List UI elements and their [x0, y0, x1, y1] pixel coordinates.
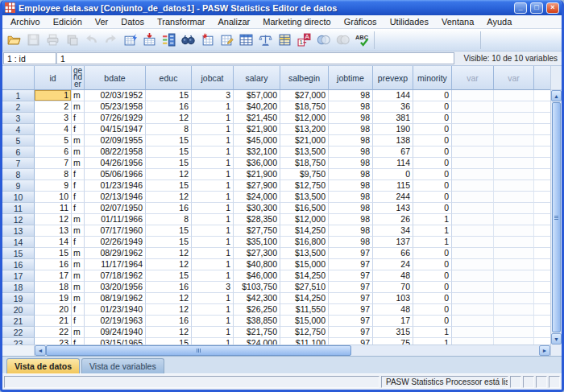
- empty-var-cell[interactable]: [452, 259, 494, 270]
- data-cell[interactable]: m: [72, 158, 85, 169]
- data-cell[interactable]: 138: [373, 135, 413, 146]
- select-cases-button[interactable]: [276, 31, 294, 49]
- data-cell[interactable]: 16: [146, 316, 192, 327]
- data-cell[interactable]: 12: [146, 192, 192, 203]
- data-cell[interactable]: $12,750: [280, 180, 329, 192]
- data-cell[interactable]: 14: [35, 237, 72, 248]
- data-cell[interactable]: 97: [329, 316, 373, 327]
- data-cell[interactable]: 07/17/1960: [85, 225, 146, 237]
- data-cell[interactable]: $38,850: [234, 316, 280, 327]
- data-cell[interactable]: 1: [192, 203, 234, 214]
- scroll-down-icon[interactable]: ▼: [551, 333, 562, 345]
- use-variable-sets-button[interactable]: [314, 31, 333, 49]
- vertical-scroll-thumb[interactable]: [552, 102, 561, 332]
- data-cell[interactable]: 03/15/1965: [85, 338, 146, 345]
- data-cell[interactable]: 0: [413, 158, 452, 169]
- data-cell[interactable]: 97: [329, 259, 373, 270]
- data-cell[interactable]: $9,750: [280, 169, 329, 180]
- data-cell[interactable]: 1: [192, 338, 234, 345]
- row-number[interactable]: 4: [2, 124, 35, 135]
- data-cell[interactable]: $21,450: [234, 113, 280, 124]
- empty-var-cell[interactable]: [494, 248, 534, 259]
- data-cell[interactable]: 1: [192, 259, 234, 270]
- data-cell[interactable]: 24: [373, 259, 413, 270]
- data-cell[interactable]: 0: [413, 113, 452, 124]
- data-cell[interactable]: 75: [373, 338, 413, 345]
- data-cell[interactable]: 12: [146, 113, 192, 124]
- recall-dialogs-button[interactable]: [63, 31, 81, 49]
- empty-var-cell[interactable]: [452, 101, 494, 113]
- empty-var-cell[interactable]: [494, 113, 534, 124]
- empty-var-cell[interactable]: [494, 293, 534, 304]
- row-number[interactable]: 11: [2, 203, 35, 214]
- empty-var-cell[interactable]: [494, 304, 534, 316]
- menu-gr-ficos[interactable]: Gráficos: [338, 15, 384, 28]
- data-cell[interactable]: 0: [413, 304, 452, 316]
- empty-var-cell[interactable]: [452, 304, 494, 316]
- data-cell[interactable]: f: [72, 304, 85, 316]
- row-number[interactable]: 14: [2, 237, 35, 248]
- data-cell[interactable]: 98: [329, 113, 373, 124]
- menu-archivo[interactable]: Archivo: [4, 15, 47, 28]
- data-cell[interactable]: 15: [146, 338, 192, 345]
- empty-var-cell[interactable]: [452, 124, 494, 135]
- tab-data-view[interactable]: Vista de datos: [6, 358, 80, 373]
- data-cell[interactable]: 97: [329, 304, 373, 316]
- menu-edici-n[interactable]: Edición: [47, 15, 89, 28]
- data-cell[interactable]: 17: [373, 316, 413, 327]
- data-cell[interactable]: 97: [329, 338, 373, 345]
- column-header-prevexp[interactable]: prevexp: [373, 66, 413, 90]
- data-cell[interactable]: 12: [146, 169, 192, 180]
- data-cell[interactable]: 12: [146, 327, 192, 338]
- horizontal-scroll-thumb[interactable]: [46, 345, 351, 356]
- data-cell[interactable]: $12,000: [280, 113, 329, 124]
- data-cell[interactable]: 115: [373, 180, 413, 192]
- insert-variable-button[interactable]: [218, 31, 236, 49]
- row-number[interactable]: 20: [2, 304, 35, 316]
- empty-var-cell[interactable]: [452, 293, 494, 304]
- data-cell[interactable]: 1: [192, 316, 234, 327]
- data-cell[interactable]: $26,250: [234, 304, 280, 316]
- data-cell[interactable]: $13,500: [280, 248, 329, 259]
- data-cell[interactable]: 11: [35, 203, 72, 214]
- data-cell[interactable]: 1: [192, 192, 234, 203]
- data-cell[interactable]: 01/23/1946: [85, 180, 146, 192]
- data-cell[interactable]: 12: [146, 259, 192, 270]
- data-cell[interactable]: 18: [35, 282, 72, 293]
- data-cell[interactable]: 19: [35, 293, 72, 304]
- scroll-left-icon[interactable]: ◄: [35, 345, 46, 356]
- column-header-salbegin[interactable]: salbegin: [280, 66, 329, 90]
- data-cell[interactable]: $27,900: [234, 180, 280, 192]
- empty-var-cell[interactable]: [494, 237, 534, 248]
- data-cell[interactable]: 3: [192, 90, 234, 101]
- grid-viewport[interactable]: 11m02/03/1952153$57,000$27,00098144022m0…: [2, 90, 550, 345]
- data-cell[interactable]: $18,750: [280, 158, 329, 169]
- row-number[interactable]: 22: [2, 327, 35, 338]
- minimize-button[interactable]: _: [514, 2, 527, 14]
- data-cell[interactable]: 7: [35, 158, 72, 169]
- row-number[interactable]: 9: [2, 180, 35, 192]
- row-number[interactable]: 13: [2, 225, 35, 237]
- empty-var-cell[interactable]: [494, 316, 534, 327]
- data-cell[interactable]: 15: [146, 270, 192, 282]
- empty-var-cell[interactable]: [494, 135, 534, 146]
- data-cell[interactable]: 1: [192, 304, 234, 316]
- data-cell[interactable]: f: [72, 338, 85, 345]
- row-number[interactable]: 16: [2, 259, 35, 270]
- data-cell[interactable]: 1: [192, 135, 234, 146]
- data-cell[interactable]: 5: [35, 135, 72, 146]
- empty-var-cell[interactable]: [494, 101, 534, 113]
- data-cell[interactable]: 98: [329, 169, 373, 180]
- empty-var-cell[interactable]: [494, 90, 534, 101]
- data-cell[interactable]: $15,000: [280, 259, 329, 270]
- data-cell[interactable]: $12,750: [280, 327, 329, 338]
- data-cell[interactable]: 1: [192, 124, 234, 135]
- data-cell[interactable]: 98: [329, 192, 373, 203]
- empty-var-cell[interactable]: [452, 225, 494, 237]
- data-cell[interactable]: $18,750: [280, 101, 329, 113]
- data-cell[interactable]: 67: [373, 146, 413, 158]
- data-cell[interactable]: 0: [413, 248, 452, 259]
- data-cell[interactable]: $11,550: [280, 304, 329, 316]
- data-cell[interactable]: 0: [413, 259, 452, 270]
- data-cell[interactable]: $103,750: [234, 282, 280, 293]
